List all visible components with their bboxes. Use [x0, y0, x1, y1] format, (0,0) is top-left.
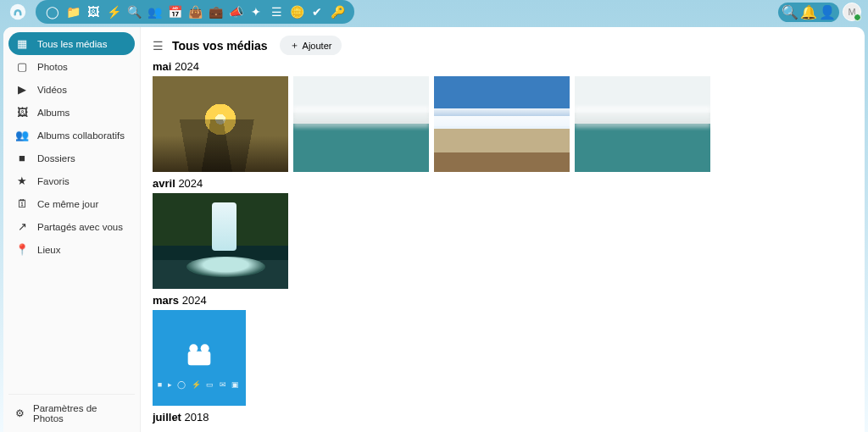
sidebar-item-6[interactable]: ★Favoris: [8, 169, 135, 192]
sidebar-item-label: Partagés avec vous: [37, 222, 123, 232]
svg-point-2: [189, 344, 198, 352]
gear-icon: ⚙: [15, 407, 25, 419]
app-coins-icon[interactable]: 🪙: [287, 2, 307, 22]
sidebar-item-label: Ce même jour: [37, 199, 98, 209]
topbar-contacts-icon[interactable]: 👤: [819, 4, 836, 20]
media-section: avril 2024: [153, 177, 849, 289]
svg-point-0: [10, 4, 25, 19]
app-key-icon[interactable]: 🔑: [327, 2, 348, 22]
section-title: juillet 2018: [153, 411, 849, 424]
app-search-icon[interactable]: 🔍: [124, 2, 144, 22]
sidebar-item-icon: 🗓: [15, 197, 29, 210]
sidebar-item-icon: ▶: [15, 83, 29, 96]
topbar-bell-icon[interactable]: 🔔: [800, 4, 817, 20]
media-thumbnail[interactable]: [575, 76, 710, 172]
sidebar-item-5[interactable]: ■Dossiers: [8, 147, 135, 169]
sidebar: ▦Tous les médias▢Photos▶Vidéos🖼Albums👥Al…: [3, 27, 141, 432]
media-thumbnail[interactable]: [293, 76, 429, 172]
sidebar-settings[interactable]: ⚙ Paramètres de Photos: [8, 394, 135, 432]
sidebar-item-0[interactable]: ▦Tous les médias: [8, 32, 135, 55]
topbar: ◯📁🖼⚡🔍👥📅👜💼📣✦☰🪙✔🔑 🔍🔔👤 M: [0, 0, 868, 24]
sidebar-item-label: Favoris: [37, 176, 70, 186]
media-thumbnail[interactable]: [153, 76, 288, 172]
page-title: Tous vos médias: [172, 39, 268, 53]
app-users-icon[interactable]: 👥: [144, 2, 164, 22]
app-switcher: ◯📁🖼⚡🔍👥📅👜💼📣✦☰🪙✔🔑: [36, 0, 354, 24]
app-bullhorn-icon[interactable]: 📣: [225, 2, 246, 22]
sidebar-item-label: Photos: [37, 62, 68, 72]
sidebar-settings-label: Paramètres de Photos: [33, 403, 128, 424]
app-folder-icon[interactable]: 📁: [63, 2, 83, 22]
app-logo[interactable]: [7, 1, 29, 23]
app-calendar-icon[interactable]: 📅: [164, 2, 185, 22]
app-check-icon[interactable]: ✔: [307, 2, 327, 22]
media-thumbnail[interactable]: [153, 193, 288, 289]
app-sparkle-icon[interactable]: ✦: [246, 2, 266, 22]
sidebar-item-icon: ★: [15, 174, 29, 187]
sidebar-item-2[interactable]: ▶Vidéos: [8, 78, 135, 101]
content-header: ☰ Tous vos médias ＋ Ajouter: [153, 36, 849, 55]
sidebar-item-7[interactable]: 🗓Ce même jour: [8, 192, 135, 215]
sidebar-item-1[interactable]: ▢Photos: [8, 55, 135, 78]
sidebar-item-label: Albums: [37, 108, 70, 118]
section-title: avril 2024: [153, 177, 849, 190]
sidebar-item-label: Tous les médias: [37, 39, 107, 49]
avatar[interactable]: M: [843, 3, 861, 21]
svg-rect-1: [188, 351, 211, 365]
sidebar-item-icon: 📍: [15, 243, 29, 256]
add-button-label: Ajouter: [303, 41, 332, 51]
app-briefcase-icon[interactable]: 💼: [205, 2, 225, 22]
sidebar-item-label: Albums collaboratifs: [37, 130, 125, 141]
sidebar-item-icon: 👥: [15, 129, 29, 141]
app-bolt-icon[interactable]: ⚡: [103, 2, 124, 22]
sidebar-item-8[interactable]: ↗Partagés avec vous: [8, 215, 135, 238]
thumbnail-grid: [153, 76, 849, 172]
section-title: mai 2024: [153, 60, 849, 73]
sidebar-item-3[interactable]: 🖼Albums: [8, 101, 135, 124]
media-thumbnail[interactable]: [434, 76, 570, 172]
app-image-icon[interactable]: 🖼: [83, 2, 103, 22]
menu-toggle-icon[interactable]: ☰: [153, 39, 164, 53]
svg-point-3: [201, 344, 209, 352]
sidebar-item-icon: ▦: [15, 37, 29, 50]
sidebar-item-label: Dossiers: [37, 153, 75, 163]
sidebar-item-4[interactable]: 👥Albums collaboratifs: [8, 124, 135, 147]
media-section: juillet 2018: [153, 411, 849, 427]
sidebar-item-9[interactable]: 📍Lieux: [8, 238, 135, 261]
sidebar-item-icon: 🖼: [15, 106, 29, 119]
app-bag-icon[interactable]: 👜: [185, 2, 205, 22]
thumbnail-grid: [153, 193, 849, 289]
sidebar-item-label: Lieux: [37, 245, 61, 255]
media-thumbnail[interactable]: ■ ▸ ◯ ⚡ ▭ ✉ ▣: [153, 310, 246, 406]
topbar-right: 🔍🔔👤 M: [778, 3, 861, 22]
topbar-right-pill: 🔍🔔👤: [778, 3, 839, 22]
sidebar-item-icon: ▢: [15, 60, 29, 73]
app-list-icon[interactable]: ☰: [266, 2, 287, 22]
content: ☰ Tous vos médias ＋ Ajouter mai 2024avri…: [141, 27, 865, 432]
section-title: mars 2024: [153, 294, 849, 307]
add-button[interactable]: ＋ Ajouter: [280, 36, 342, 55]
media-section: mars 2024■ ▸ ◯ ⚡ ▭ ✉ ▣: [153, 294, 849, 406]
sidebar-item-icon: ↗: [15, 220, 29, 233]
thumbnail-grid: ■ ▸ ◯ ⚡ ▭ ✉ ▣: [153, 310, 849, 406]
topbar-search-icon[interactable]: 🔍: [782, 4, 798, 20]
plus-icon: ＋: [290, 39, 299, 52]
app-circle-icon[interactable]: ◯: [42, 2, 63, 22]
workspace: ▦Tous les médias▢Photos▶Vidéos🖼Albums👥Al…: [3, 27, 865, 432]
sidebar-item-label: Vidéos: [37, 85, 67, 95]
sidebar-item-icon: ■: [15, 152, 29, 164]
media-section: mai 2024: [153, 60, 849, 172]
